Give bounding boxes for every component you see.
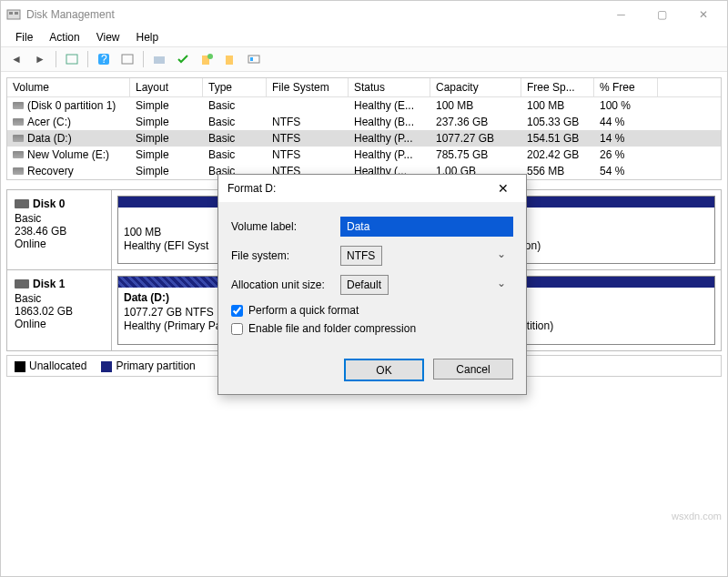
volume-icon — [13, 167, 24, 175]
svg-rect-12 — [250, 57, 253, 61]
tool-icon[interactable] — [149, 49, 169, 69]
tool-icon[interactable] — [117, 49, 137, 69]
column-headers: Volume Layout Type File System Status Ca… — [7, 78, 721, 97]
svg-rect-10 — [226, 56, 233, 65]
menu-bar: File Action View Help — [1, 28, 727, 46]
watermark: wsxdn.com — [672, 511, 722, 521]
volume-label-input[interactable] — [340, 217, 513, 237]
svg-rect-7 — [154, 56, 165, 64]
help-icon[interactable]: ? — [94, 49, 114, 69]
svg-text:?: ? — [101, 53, 107, 66]
tool-icon[interactable] — [197, 49, 217, 69]
tool-icon[interactable] — [220, 49, 240, 69]
disk-label: Disk 0 Basic238.46 GBOnline — [7, 190, 112, 269]
volume-icon — [13, 118, 24, 126]
disk-icon — [15, 199, 29, 208]
menu-view[interactable]: View — [89, 29, 127, 46]
maximize-button[interactable]: ▢ — [642, 1, 682, 28]
col-volume[interactable]: Volume — [7, 78, 130, 96]
unallocated-swatch — [15, 361, 25, 372]
tool-icon[interactable] — [244, 49, 264, 69]
filesystem-label: File system: — [231, 249, 340, 262]
allocation-select[interactable]: Default — [340, 275, 389, 295]
title-bar: Disk Management ─ ▢ ✕ — [1, 1, 727, 28]
dialog-title: Format D: — [228, 182, 490, 195]
table-row[interactable]: Data (D:)SimpleBasicNTFSHealthy (P...107… — [7, 130, 721, 147]
volume-icon — [13, 102, 24, 109]
svg-rect-3 — [66, 55, 77, 64]
toolbar: ◄ ► ? — [1, 46, 727, 72]
back-icon[interactable]: ◄ — [6, 49, 26, 69]
legend-primary: Primary partition — [116, 359, 195, 372]
volume-list: Volume Layout Type File System Status Ca… — [6, 77, 722, 180]
disk-label: Disk 1 Basic1863.02 GBOnline — [7, 270, 112, 350]
svg-rect-11 — [248, 56, 259, 63]
svg-point-9 — [207, 54, 213, 59]
primary-partition-swatch — [101, 361, 112, 372]
legend-unallocated: Unallocated — [29, 359, 86, 372]
table-row[interactable]: Acer (C:)SimpleBasicNTFSHealthy (B...237… — [7, 114, 721, 130]
allocation-label: Allocation unit size: — [231, 278, 340, 291]
col-pctfree[interactable]: % Free — [594, 78, 658, 96]
volume-icon — [13, 135, 24, 142]
window-title: Disk Management — [26, 8, 601, 21]
menu-file[interactable]: File — [8, 29, 40, 46]
close-button[interactable]: ✕ — [682, 1, 723, 28]
svg-rect-6 — [122, 55, 133, 64]
filesystem-select[interactable]: NTFS — [340, 246, 382, 266]
col-type[interactable]: Type — [203, 78, 267, 96]
disk-icon — [15, 279, 29, 288]
col-layout[interactable]: Layout — [130, 78, 203, 96]
quick-format-label: Perform a quick format — [248, 304, 359, 317]
col-filesystem[interactable]: File System — [267, 78, 349, 96]
compression-checkbox[interactable] — [231, 323, 243, 335]
volume-label-label: Volume label: — [231, 220, 340, 233]
svg-rect-1 — [9, 12, 13, 15]
col-capacity[interactable]: Capacity — [430, 78, 521, 96]
app-icon — [6, 7, 21, 22]
col-status[interactable]: Status — [349, 78, 430, 96]
ok-button[interactable]: OK — [344, 359, 424, 381]
volume-icon — [13, 151, 24, 158]
dialog-close-icon[interactable]: ✕ — [490, 181, 517, 196]
compression-label: Enable file and folder compression — [248, 322, 416, 335]
menu-action[interactable]: Action — [42, 29, 86, 46]
table-row[interactable]: New Volume (E:)SimpleBasicNTFSHealthy (P… — [7, 147, 721, 163]
quick-format-checkbox[interactable] — [231, 305, 243, 317]
menu-help[interactable]: Help — [129, 29, 167, 46]
forward-icon[interactable]: ► — [30, 49, 50, 69]
tool-icon[interactable] — [173, 49, 193, 69]
table-row[interactable]: (Disk 0 partition 1)SimpleBasicHealthy (… — [7, 97, 721, 114]
minimize-button[interactable]: ─ — [601, 1, 642, 28]
dialog-titlebar: Format D: ✕ — [218, 175, 526, 202]
format-dialog: Format D: ✕ Volume label: File system: N… — [217, 174, 527, 395]
tool-icon[interactable] — [62, 49, 82, 69]
cancel-button[interactable]: Cancel — [433, 359, 513, 380]
col-free[interactable]: Free Sp... — [521, 78, 594, 96]
svg-rect-2 — [15, 12, 18, 15]
